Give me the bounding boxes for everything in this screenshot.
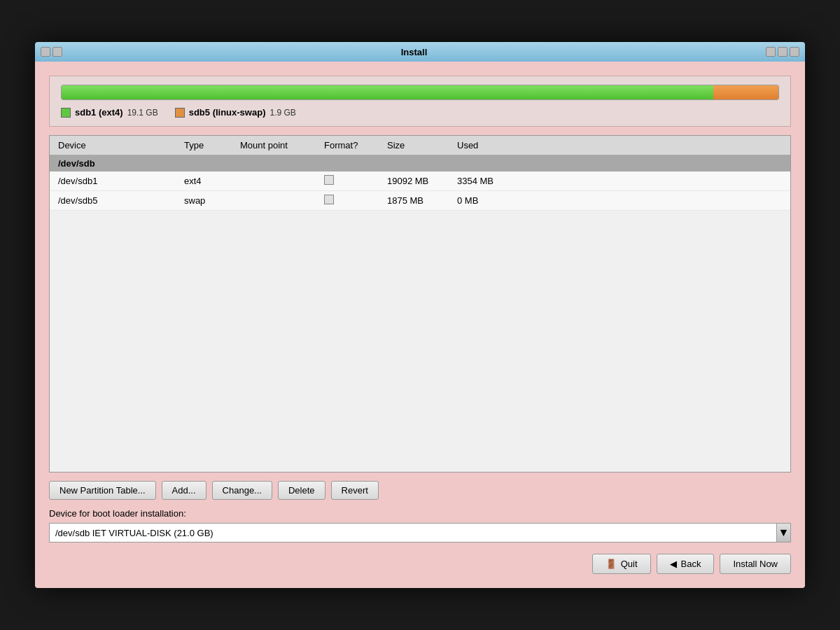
col-mount: Mount point bbox=[237, 139, 321, 152]
cell-size-sdb1: 19092 MB bbox=[384, 174, 454, 188]
titlebar-minimize[interactable] bbox=[766, 47, 776, 57]
col-device: Device bbox=[55, 139, 181, 152]
format-checkbox-sdb1[interactable] bbox=[324, 175, 334, 185]
bootloader-value: /dev/sdb IET VIRTUAL-DISK (21.0 GB) bbox=[55, 528, 776, 538]
cell-mount-sdb5 bbox=[237, 200, 321, 202]
back-label: Back bbox=[681, 559, 701, 569]
install-now-button[interactable]: Install Now bbox=[720, 554, 791, 574]
delete-button[interactable]: Delete bbox=[278, 481, 326, 500]
legend-swap-name: sdb5 (linux-swap) bbox=[189, 107, 266, 118]
bootloader-select[interactable]: /dev/sdb IET VIRTUAL-DISK (21.0 GB) ▼ bbox=[49, 523, 791, 542]
cell-extra-sdb1 bbox=[524, 180, 785, 183]
nav-buttons: 🚪 Quit ◀ Back Install Now bbox=[49, 551, 791, 574]
quit-icon: 🚪 bbox=[606, 559, 617, 569]
window-title: Install bbox=[62, 47, 766, 57]
titlebar-maximize[interactable] bbox=[778, 47, 788, 57]
legend-ext4-size: 19.1 GB bbox=[127, 108, 158, 118]
col-size: Size bbox=[384, 139, 454, 152]
device-row[interactable]: /dev/sdb bbox=[50, 155, 790, 172]
change-button[interactable]: Change... bbox=[212, 481, 272, 500]
window-content: sdb1 (ext4) 19.1 GB sdb5 (linux-swap) 1.… bbox=[35, 62, 805, 588]
install-window: Install sdb1 (ext4) 19.1 GB sd bbox=[35, 42, 805, 588]
titlebar-controls bbox=[41, 47, 62, 57]
col-type: Type bbox=[181, 139, 237, 152]
back-icon: ◀ bbox=[670, 559, 677, 569]
bootloader-section: Device for boot loader installation: /de… bbox=[49, 508, 791, 542]
cell-device-sdb5: /dev/sdb5 bbox=[55, 194, 181, 207]
table-body: /dev/sdb /dev/sdb1 ext4 19092 MB 3354 MB… bbox=[50, 155, 790, 472]
cell-size-sdb5: 1875 MB bbox=[384, 194, 454, 207]
cell-format-sdb5[interactable] bbox=[321, 193, 384, 208]
format-checkbox-sdb5[interactable] bbox=[324, 195, 334, 204]
partition-row-sdb1[interactable]: /dev/sdb1 ext4 19092 MB 3354 MB bbox=[50, 172, 790, 191]
cell-used-sdb5: 0 MB bbox=[454, 194, 524, 207]
col-used: Used bbox=[454, 139, 524, 152]
titlebar: Install bbox=[35, 42, 805, 62]
partition-table: Device Type Mount point Format? Size Use… bbox=[49, 135, 791, 472]
col-extra bbox=[524, 139, 785, 152]
disk-bar-ext4 bbox=[62, 85, 713, 99]
cell-device-sdb1: /dev/sdb1 bbox=[55, 174, 181, 188]
action-buttons: New Partition Table... Add... Change... … bbox=[49, 481, 791, 500]
quit-button[interactable]: 🚪 Quit bbox=[592, 554, 651, 574]
disk-bar-swap bbox=[713, 85, 778, 99]
disk-bar bbox=[61, 85, 779, 100]
disk-visualization: sdb1 (ext4) 19.1 GB sdb5 (linux-swap) 1.… bbox=[49, 76, 791, 127]
legend-color-green bbox=[61, 108, 71, 118]
revert-button[interactable]: Revert bbox=[331, 481, 379, 500]
titlebar-btn-2[interactable] bbox=[52, 47, 62, 57]
new-partition-table-button[interactable]: New Partition Table... bbox=[49, 481, 156, 500]
quit-label: Quit bbox=[621, 559, 638, 569]
bootloader-dropdown-arrow[interactable]: ▼ bbox=[776, 524, 790, 542]
cell-format-sdb1[interactable] bbox=[321, 174, 384, 188]
col-format: Format? bbox=[321, 139, 384, 152]
cell-mount-sdb1 bbox=[237, 180, 321, 183]
cell-extra-sdb5 bbox=[524, 200, 785, 202]
add-button[interactable]: Add... bbox=[162, 481, 206, 500]
table-header: Device Type Mount point Format? Size Use… bbox=[50, 136, 790, 155]
cell-type-sdb5: swap bbox=[181, 194, 237, 207]
cell-type-sdb1: ext4 bbox=[181, 174, 237, 188]
disk-legend: sdb1 (ext4) 19.1 GB sdb5 (linux-swap) 1.… bbox=[61, 107, 779, 118]
titlebar-btn-1[interactable] bbox=[41, 47, 50, 57]
install-now-label: Install Now bbox=[733, 559, 778, 569]
legend-ext4-name: sdb1 (ext4) bbox=[75, 107, 123, 118]
partition-row-sdb5[interactable]: /dev/sdb5 swap 1875 MB 0 MB bbox=[50, 191, 790, 211]
back-button[interactable]: ◀ Back bbox=[657, 554, 715, 574]
legend-swap: sdb5 (linux-swap) 1.9 GB bbox=[175, 107, 296, 118]
cell-used-sdb1: 3354 MB bbox=[454, 174, 524, 188]
legend-ext4: sdb1 (ext4) 19.1 GB bbox=[61, 107, 158, 118]
legend-swap-size: 1.9 GB bbox=[270, 108, 295, 118]
titlebar-close[interactable] bbox=[790, 47, 799, 57]
titlebar-right-controls bbox=[766, 47, 799, 57]
bootloader-label: Device for boot loader installation: bbox=[49, 508, 791, 519]
legend-color-orange bbox=[175, 108, 185, 118]
